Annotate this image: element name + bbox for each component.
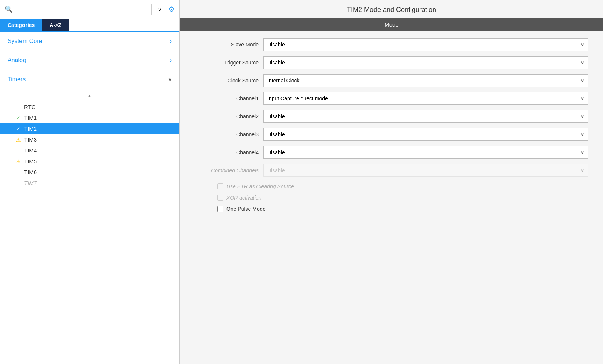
trigger-source-row: Trigger Source Disable [195, 56, 588, 69]
main-content: TIM2 Mode and Configuration Mode Slave M… [180, 0, 603, 364]
sidebar: 🔍 ∨ ⚙ Categories A->Z System Core › Anal… [0, 0, 180, 364]
chevron-right-icon: › [170, 38, 172, 45]
chevron-right-icon: › [170, 57, 172, 64]
channel1-select[interactable]: Input Capture direct mode [263, 92, 588, 105]
timer-tim1-label: TIM1 [24, 115, 37, 121]
system-core-label: System Core [8, 38, 42, 45]
clock-source-select[interactable]: Internal Clock [263, 74, 588, 87]
timer-item-tim6[interactable]: TIM6 [0, 167, 179, 178]
clock-source-select-wrapper: Internal Clock [263, 74, 588, 87]
timer-tim5-label: TIM5 [24, 158, 37, 164]
sidebar-list: System Core › Analog › Timers ∨ ▲ RTC [0, 32, 179, 364]
mode-section-header: Mode [180, 18, 603, 31]
slave-mode-select-wrapper: Disable [263, 38, 588, 51]
config-body: Slave Mode Disable Trigger Source Disabl… [180, 31, 603, 219]
timers-header[interactable]: Timers ∨ [0, 70, 179, 89]
channel3-select[interactable]: Disable [263, 128, 588, 141]
channel2-label: Channel2 [195, 113, 259, 119]
etr-clearing-label: Use ETR as Clearing Source [226, 183, 294, 189]
etr-clearing-row: Use ETR as Clearing Source [218, 183, 588, 189]
combined-channels-row: Combined Channels Disable [195, 164, 588, 177]
channel4-row: Channel4 Disable [195, 146, 588, 159]
slave-mode-label: Slave Mode [195, 42, 259, 48]
timer-tim2-label: TIM2 [24, 125, 37, 132]
no-icon [15, 104, 22, 110]
channel3-select-wrapper: Disable [263, 128, 588, 141]
combined-channels-label: Combined Channels [195, 167, 259, 173]
search-icon: 🔍 [4, 5, 13, 13]
no-icon [15, 169, 22, 175]
channel3-row: Channel3 Disable [195, 128, 588, 141]
one-pulse-mode-checkbox[interactable] [218, 206, 224, 212]
trigger-source-label: Trigger Source [195, 60, 259, 66]
one-pulse-mode-label: One Pulse Mode [226, 206, 266, 212]
channel3-label: Channel3 [195, 131, 259, 137]
channel2-select[interactable]: Disable [263, 110, 588, 123]
analog-label: Analog [8, 57, 26, 64]
xor-activation-label: XOR activation [226, 195, 261, 201]
search-bar: 🔍 ∨ ⚙ [0, 0, 179, 19]
timer-item-tim4[interactable]: TIM4 [0, 145, 179, 156]
search-dropdown-button[interactable]: ∨ [154, 4, 165, 15]
slave-mode-select[interactable]: Disable [263, 38, 588, 51]
xor-activation-checkbox [218, 195, 224, 201]
channel1-label: Channel1 [195, 95, 259, 101]
checkboxes-section: Use ETR as Clearing Source XOR activatio… [195, 182, 588, 212]
timer-items-list: ▲ RTC ✓ TIM1 ✓ TIM2 ⚠ [0, 89, 179, 193]
timers-label: Timers [8, 76, 26, 83]
timers-section: Timers ∨ ▲ RTC ✓ TIM1 ✓ [0, 70, 179, 193]
timer-tim7-label: TIM7 [24, 180, 37, 186]
no-icon [15, 148, 22, 154]
sort-arrow: ▲ [0, 90, 179, 101]
clock-source-label: Clock Source [195, 78, 259, 84]
channel1-row: Channel1 Input Capture direct mode [195, 92, 588, 105]
check-icon: ✓ [15, 126, 22, 132]
etr-clearing-checkbox [218, 183, 224, 189]
combined-channels-select-wrapper: Disable [263, 164, 588, 177]
channel4-select[interactable]: Disable [263, 146, 588, 159]
combined-channels-select: Disable [263, 164, 588, 177]
timer-item-tim5[interactable]: ⚠ TIM5 [0, 156, 179, 167]
trigger-source-select-wrapper: Disable [263, 56, 588, 69]
timer-tim3-label: TIM3 [24, 136, 37, 143]
timer-tim6-label: TIM6 [24, 169, 37, 175]
channel1-select-wrapper: Input Capture direct mode [263, 92, 588, 105]
sidebar-item-analog[interactable]: Analog › [0, 51, 179, 70]
timer-item-rtc[interactable]: RTC [0, 101, 179, 112]
chevron-down-icon: ∨ [168, 76, 172, 82]
gear-icon[interactable]: ⚙ [168, 5, 175, 14]
timer-item-tim3[interactable]: ⚠ TIM3 [0, 134, 179, 145]
xor-activation-row: XOR activation [218, 195, 588, 201]
timer-item-tim1[interactable]: ✓ TIM1 [0, 112, 179, 123]
tab-atoz[interactable]: A->Z [42, 19, 69, 31]
clock-source-row: Clock Source Internal Clock [195, 74, 588, 87]
channel2-row: Channel2 Disable [195, 110, 588, 123]
sidebar-item-system-core[interactable]: System Core › [0, 32, 179, 51]
page-title: TIM2 Mode and Configuration [180, 0, 603, 18]
slave-mode-row: Slave Mode Disable [195, 38, 588, 51]
timer-item-tim2[interactable]: ✓ TIM2 [0, 123, 179, 134]
no-icon [15, 180, 22, 186]
timer-rtc-label: RTC [24, 104, 36, 110]
channel2-select-wrapper: Disable [263, 110, 588, 123]
search-input[interactable] [16, 4, 152, 15]
channel4-select-wrapper: Disable [263, 146, 588, 159]
timer-item-tim7: TIM7 [0, 178, 179, 188]
tabs-bar: Categories A->Z [0, 19, 179, 32]
check-icon: ✓ [15, 115, 22, 121]
warn-icon: ⚠ [15, 137, 22, 143]
tab-categories[interactable]: Categories [0, 19, 42, 31]
warn-icon: ⚠ [15, 158, 22, 164]
trigger-source-select[interactable]: Disable [263, 56, 588, 69]
timer-tim4-label: TIM4 [24, 147, 37, 154]
one-pulse-mode-row: One Pulse Mode [218, 206, 588, 212]
channel4-label: Channel4 [195, 149, 259, 155]
